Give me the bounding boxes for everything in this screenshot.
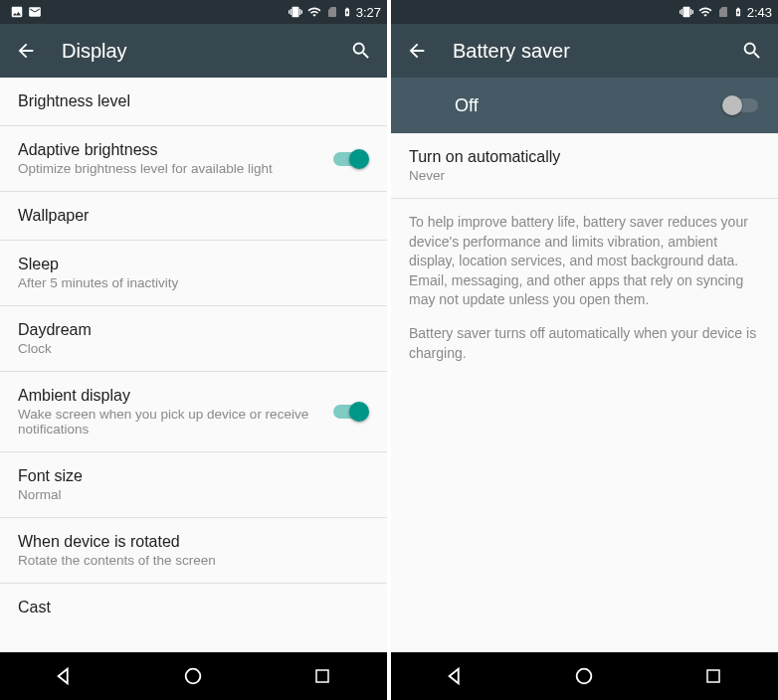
master-switch-bar[interactable]: Off — [391, 78, 778, 133]
setting-rotation[interactable]: When device is rotated Rotate the conten… — [0, 518, 387, 584]
setting-title: Daydream — [18, 321, 369, 339]
search-button[interactable] — [740, 39, 764, 63]
setting-cast[interactable]: Cast — [0, 584, 387, 631]
battery-saver-toggle[interactable] — [722, 95, 760, 115]
setting-subtitle: Normal — [18, 487, 369, 502]
nav-home-button[interactable] — [554, 652, 614, 700]
setting-title: Sleep — [18, 256, 369, 273]
svg-point-0 — [186, 669, 201, 684]
toolbar: Battery saver — [391, 24, 778, 78]
setting-title: Wallpaper — [18, 207, 369, 225]
setting-subtitle: Rotate the contents of the screen — [18, 553, 369, 568]
settings-list: Turn on automatically Never To help impr… — [391, 133, 778, 652]
battery-charging-icon — [733, 5, 743, 19]
phone-display-settings: 3:27 Display Brightness level Adaptive b… — [0, 0, 387, 700]
ambient-display-toggle[interactable] — [331, 402, 369, 422]
info-text-1: To help improve battery life, battery sa… — [391, 199, 778, 324]
setting-title: Ambient display — [18, 387, 331, 405]
setting-title: Turn on automatically — [409, 148, 760, 166]
setting-subtitle: Never — [409, 168, 760, 183]
back-button[interactable] — [14, 39, 38, 63]
vibrate-icon — [289, 5, 302, 19]
wifi-icon — [697, 5, 713, 19]
nav-bar — [0, 652, 387, 700]
setting-title: Adaptive brightness — [18, 141, 331, 159]
back-button[interactable] — [405, 39, 429, 63]
no-sim-icon — [326, 5, 338, 19]
mail-icon — [28, 5, 42, 19]
setting-font-size[interactable]: Font size Normal — [0, 452, 387, 518]
setting-brightness-level[interactable]: Brightness level — [0, 78, 387, 126]
adaptive-brightness-toggle[interactable] — [331, 149, 369, 169]
toolbar: Display — [0, 24, 387, 78]
info-text-2: Battery saver turns off automatically wh… — [391, 324, 778, 377]
nav-bar — [391, 652, 778, 700]
settings-list: Brightness level Adaptive brightness Opt… — [0, 78, 387, 652]
setting-ambient-display[interactable]: Ambient display Wake screen when you pic… — [0, 372, 387, 452]
nav-home-button[interactable] — [163, 652, 223, 700]
svg-rect-3 — [707, 670, 719, 682]
setting-title: Brightness level — [18, 92, 369, 110]
nav-recent-button[interactable] — [292, 652, 352, 700]
status-time: 3:27 — [356, 5, 381, 20]
vibrate-icon — [680, 5, 693, 19]
svg-point-2 — [577, 669, 592, 684]
setting-subtitle: Wake screen when you pick up device or r… — [18, 407, 331, 437]
toolbar-title: Battery saver — [453, 40, 716, 63]
setting-sleep[interactable]: Sleep After 5 minutes of inactivity — [0, 241, 387, 306]
nav-recent-button[interactable] — [683, 652, 743, 700]
setting-subtitle: Clock — [18, 341, 369, 356]
svg-rect-1 — [316, 670, 328, 682]
setting-subtitle: Optimize brightness level for available … — [18, 161, 331, 176]
status-bar: 3:27 — [0, 0, 387, 24]
picture-icon — [10, 5, 24, 19]
setting-title: Cast — [18, 599, 369, 616]
setting-adaptive-brightness[interactable]: Adaptive brightness Optimize brightness … — [0, 126, 387, 192]
setting-wallpaper[interactable]: Wallpaper — [0, 192, 387, 241]
no-sim-icon — [717, 5, 729, 19]
phone-battery-saver: 2:43 Battery saver Off Turn on automatic… — [391, 0, 778, 700]
battery-charging-icon — [342, 5, 352, 19]
setting-subtitle: After 5 minutes of inactivity — [18, 275, 369, 290]
nav-back-button[interactable] — [426, 652, 486, 700]
status-bar: 2:43 — [391, 0, 778, 24]
status-time: 2:43 — [747, 5, 772, 20]
setting-title: When device is rotated — [18, 533, 369, 551]
wifi-icon — [306, 5, 322, 19]
setting-turn-on-automatically[interactable]: Turn on automatically Never — [391, 133, 778, 199]
setting-title: Font size — [18, 467, 369, 485]
setting-daydream[interactable]: Daydream Clock — [0, 306, 387, 372]
nav-back-button[interactable] — [35, 652, 95, 700]
master-switch-label: Off — [455, 95, 722, 116]
search-button[interactable] — [349, 39, 373, 63]
toolbar-title: Display — [62, 40, 325, 63]
